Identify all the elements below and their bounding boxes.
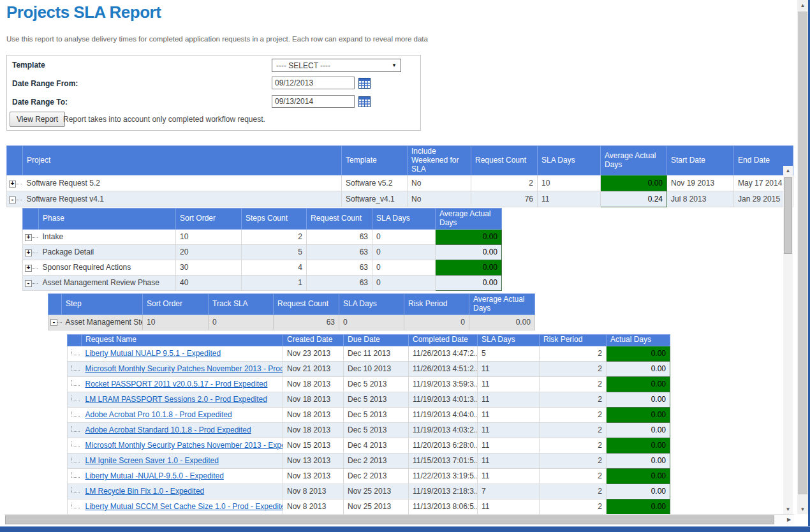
col-avg-actual-days: Average Actual Days <box>436 209 502 230</box>
sort-order-cell: 10 <box>176 229 242 244</box>
scroll-down-icon[interactable]: ▼ <box>783 505 793 514</box>
avg-actual-days-cell: 0.00 <box>436 260 502 275</box>
date-to-input[interactable] <box>272 95 355 108</box>
report-horizontal-scrollbar[interactable]: ▶ <box>4 514 794 524</box>
avg-actual-days-cell: 0.00 <box>469 314 535 330</box>
request-name-cell: Liberty Mutual NUALP 9.5.1 - Expedited <box>82 346 283 361</box>
phase-expand-cell: + <box>23 244 39 260</box>
request-link[interactable]: Adobe Acrobat Pro 10.1.8 - Prod Expedite… <box>85 410 232 419</box>
phase-row: +Package Detail2056300.00 <box>23 244 502 260</box>
due-date-cell: Dec 5 2013 <box>344 407 409 422</box>
report-vertical-scrollbar[interactable]: ▲ ▼ <box>783 166 793 514</box>
request-link[interactable]: Liberty Mutual NUALP 9.5.1 - Expedited <box>85 349 221 358</box>
sla-days-cell: 11 <box>478 499 540 514</box>
page-vscroll-thumb[interactable] <box>798 11 807 494</box>
request-count-cell: 63 <box>307 275 372 290</box>
phases-table: Phase Sort Order Steps Count Request Cou… <box>22 208 502 291</box>
scroll-up-icon[interactable]: ▲ <box>783 166 793 175</box>
report-hscroll-thumb[interactable] <box>5 515 774 524</box>
expand-icon[interactable]: + <box>25 234 32 241</box>
request-link[interactable]: Microsoft Monthly Security Patches Novem… <box>85 441 283 450</box>
request-row: LM Recycle Bin Fix 1.0 - ExpeditedNov 8 … <box>68 484 670 499</box>
requests-header-row: Request Name Created Date Due Date Compl… <box>68 334 670 346</box>
request-link[interactable]: Microsoft Monthly Security Patches Novem… <box>85 364 283 373</box>
due-date-cell: Dec 4 2013 <box>344 438 409 453</box>
request-row: Liberty Mutual SCCM Set Cache Size 1.0 -… <box>68 499 670 514</box>
page-vertical-scrollbar[interactable]: ▲ ▼ <box>797 0 808 514</box>
request-link[interactable]: LM Recycle Bin Fix 1.0 - Expedited <box>85 487 205 496</box>
avg-actual-days-cell: 0.00 <box>436 275 502 290</box>
request-name-cell: Adobe Acrobat Pro 10.1.8 - Prod Expedite… <box>82 407 283 422</box>
collapse-icon[interactable]: - <box>25 280 32 287</box>
view-report-button[interactable]: View Report <box>10 112 65 127</box>
actual-days-cell: 0.00 <box>607 346 670 361</box>
page-title: Projects SLA Report <box>6 3 161 22</box>
leaf-connector-icon <box>71 380 80 386</box>
due-date-cell: Nov 25 2013 <box>344 499 409 514</box>
template-select[interactable]: ---- SELECT ---- ▼ <box>272 59 401 72</box>
steps-count-cell: 5 <box>242 244 307 260</box>
request-row: Adobe Acrobat Pro 10.1.8 - Prod Expedite… <box>68 407 670 422</box>
request-name-cell: Liberty Mutual -NUALP-9.5.0 - Expedited <box>82 468 283 484</box>
col-risk-period: Risk Period <box>540 334 607 346</box>
completed-date-cell: 11/15/2013 7:01:5... <box>409 453 478 468</box>
request-name-cell: LM Recycle Bin Fix 1.0 - Expedited <box>82 484 283 499</box>
scroll-right-icon[interactable]: ▶ <box>784 515 794 524</box>
col-sort-order: Sort Order <box>143 293 209 314</box>
phase-row: +Intake1026300.00 <box>23 229 502 244</box>
completed-date-cell: 11/19/2013 4:04:0... <box>409 407 478 422</box>
start-date-cell: Nov 19 2013 <box>667 175 734 191</box>
request-count-cell: 76 <box>471 191 538 207</box>
col-phase: Phase <box>39 209 176 230</box>
steps-count-cell: 2 <box>242 229 307 244</box>
project-name-cell: Software Request v4.1 <box>23 191 342 207</box>
request-link[interactable]: Adobe Acrobat Standard 10.1.8 - Prod Exp… <box>85 425 251 434</box>
actual-days-cell: 0.00 <box>607 499 670 514</box>
completed-date-cell: 11/20/2013 6:28:0... <box>409 438 478 453</box>
created-date-cell: Nov 13 2013 <box>283 468 344 484</box>
request-leaf-cell <box>68 438 82 453</box>
phase-expand-cell: - <box>23 275 39 290</box>
step-expand-cell: - <box>48 314 62 330</box>
expand-icon[interactable]: + <box>25 249 32 256</box>
scroll-up-icon[interactable]: ▲ <box>797 0 808 10</box>
created-date-cell: Nov 23 2013 <box>283 346 344 361</box>
tree-line <box>32 268 38 269</box>
calendar-icon[interactable] <box>358 78 371 89</box>
expand-icon[interactable]: + <box>9 181 16 188</box>
expand-icon[interactable]: + <box>25 265 32 272</box>
sla-days-cell: 0 <box>372 260 436 275</box>
request-link[interactable]: LM LRAM PASSPORT Sessions 2.0 - Prod Exp… <box>85 395 267 404</box>
request-link[interactable]: Liberty Mutual SCCM Set Cache Size 1.0 -… <box>85 502 283 511</box>
phase-expand-cell: + <box>23 229 39 244</box>
tree-line <box>32 283 38 284</box>
actual-days-cell: 0.00 <box>607 376 670 392</box>
col-sla-days: SLA Days <box>372 209 436 230</box>
completed-date-cell: 11/13/2013 8:06:5... <box>409 499 478 514</box>
request-leaf-cell <box>68 499 82 514</box>
phase-name-cell: Package Detail <box>39 244 176 260</box>
template-cell: Software_v4.1 <box>342 191 408 207</box>
request-link[interactable]: LM Ignite Screen Saver 1.0 - Expedited <box>85 456 219 465</box>
tree-line <box>32 253 38 253</box>
request-link[interactable]: Liberty Mutual -NUALP-9.5.0 - Expedited <box>85 471 224 480</box>
risk-period-cell: 0 <box>404 314 469 330</box>
completed-date-cell: 11/26/2013 4:47:2... <box>409 346 478 361</box>
request-link[interactable]: Rocket PASSPORT 2011 v20.0.5.17 - Prod E… <box>85 380 268 388</box>
leaf-connector-icon <box>71 350 80 355</box>
steps-count-cell: 4 <box>242 260 307 275</box>
report-vscroll-thumb[interactable] <box>784 177 792 254</box>
report-area: Project Template Include Weekened for SL… <box>0 142 796 524</box>
collapse-icon[interactable]: - <box>50 319 57 326</box>
phase-name-cell: Intake <box>39 229 176 244</box>
calendar-icon[interactable] <box>358 96 371 107</box>
collapse-icon[interactable]: - <box>9 196 16 203</box>
actual-days-cell: 0.00 <box>607 407 670 422</box>
date-to-label: Date Range To: <box>12 98 68 107</box>
date-from-input[interactable] <box>272 77 355 89</box>
step-row: -Asset Management Step10063000.00 <box>48 314 535 330</box>
request-row: Liberty Mutual NUALP 9.5.1 - ExpeditedNo… <box>68 346 670 361</box>
actual-days-cell: 0.00 <box>607 484 670 499</box>
completed-date-cell: 11/26/2013 4:51:2... <box>409 361 478 376</box>
scroll-down-icon[interactable]: ▼ <box>797 504 808 514</box>
